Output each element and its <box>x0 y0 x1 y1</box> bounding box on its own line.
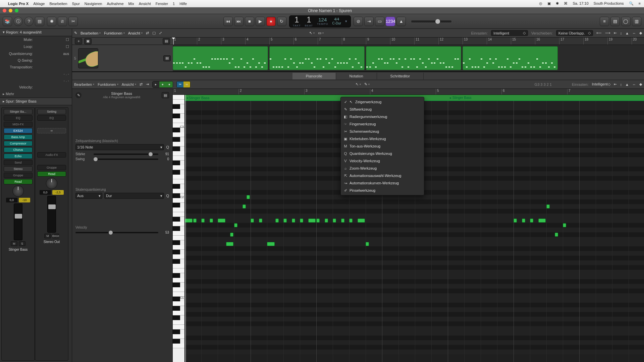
tool-icon[interactable]: ⇄ <box>146 31 149 35</box>
tool-menu-item[interactable]: MTon-aus-Werkzeug <box>341 142 424 150</box>
status-icon[interactable]: ◎ <box>539 1 542 5</box>
library-button[interactable]: 📚 <box>3 17 12 26</box>
lcd-bar[interactable]: 1 <box>294 16 299 24</box>
app-name[interactable]: Logic Pro X <box>8 2 29 6</box>
smart-controls-button[interactable]: ✺ <box>47 17 56 26</box>
minimize-icon[interactable] <box>9 9 12 12</box>
output-slot[interactable]: Stereo <box>4 166 33 172</box>
scalequant-onoff[interactable]: Aus▾ <box>75 193 102 199</box>
fx-slot[interactable]: Chorus <box>4 147 33 153</box>
view-menu[interactable]: Ansicht▾ <box>122 82 136 86</box>
mute-button[interactable]: M <box>44 234 51 238</box>
piano-ruler[interactable]: 1234567 <box>173 89 644 95</box>
strength-value[interactable]: 91 <box>160 152 169 156</box>
midi-note[interactable] <box>358 219 365 223</box>
edit-menu[interactable]: Bearbeiten▾ <box>80 31 101 35</box>
midi-region[interactable] <box>269 46 365 70</box>
midi-in-seg[interactable]: ▸●● <box>152 81 173 88</box>
lcd-beat[interactable]: 1 <box>307 16 311 24</box>
duplicate-track-button[interactable]: ▣ <box>84 38 92 44</box>
tool-seg[interactable]: ✂∞ <box>176 81 191 88</box>
midi-note[interactable] <box>267 242 275 246</box>
menu-aufnahme[interactable]: Aufnahme <box>107 2 123 6</box>
midi-note[interactable] <box>546 204 550 208</box>
tool-icon[interactable]: ⟵ <box>596 31 602 35</box>
tool-icon[interactable]: ▲ <box>625 82 629 86</box>
group-slot[interactable]: Gruppe <box>4 173 33 178</box>
track-header[interactable]: 5 ▤ <box>72 45 173 71</box>
loops-button[interactable]: ◯ <box>621 17 631 26</box>
mute-button[interactable]: M <box>11 241 17 246</box>
tab-notation[interactable]: Notation <box>336 73 377 79</box>
track-icon[interactable] <box>78 48 98 68</box>
tool-icon[interactable]: ↔ <box>632 31 636 35</box>
add-track-button[interactable]: ＋ <box>75 38 82 44</box>
fx-slot[interactable]: Echo <box>4 154 33 159</box>
menu-fenster[interactable]: Fenster <box>156 2 168 6</box>
tool-icon[interactable]: ⟶ <box>605 31 610 35</box>
tool-icon[interactable]: ↔ <box>632 82 636 86</box>
tool-menu-item[interactable]: ▣Klebetuben-Werkzeug <box>341 135 424 142</box>
list-editors-button[interactable]: ≡ <box>600 17 609 26</box>
menu-ansicht[interactable]: Ansicht <box>139 2 151 6</box>
replace-button[interactable]: ⊘ <box>354 17 363 26</box>
bar-ruler[interactable]: 1234567891011121314151617181920 <box>173 38 644 45</box>
midi-note[interactable] <box>555 233 558 237</box>
fx-slot[interactable]: Compressor <box>4 141 33 146</box>
functions-menu[interactable]: Funktionen▾ <box>104 31 124 35</box>
setting-slot[interactable]: Setting <box>37 109 66 114</box>
midi-note[interactable] <box>366 242 369 246</box>
midi-note[interactable] <box>230 233 233 237</box>
snap-select[interactable]: Intelligent◇ <box>491 30 528 36</box>
tool-icon[interactable]: ↕ <box>620 82 622 86</box>
menu-hilfe[interactable]: Hilfe <box>179 2 187 6</box>
midifx-slot[interactable]: MIDI-FX <box>4 122 33 127</box>
lcd-key[interactable]: C-Dur <box>332 22 341 25</box>
browser-button[interactable]: ▥ <box>632 17 641 26</box>
automation-slot[interactable]: Read <box>37 171 66 177</box>
toolbar-button[interactable]: ▤ <box>35 17 44 26</box>
count-in-button[interactable]: 1234 <box>386 17 395 26</box>
midi-note[interactable] <box>243 204 246 208</box>
midi-note[interactable] <box>300 219 303 223</box>
tab-pianoroll[interactable]: Pianorolle <box>292 73 336 79</box>
left-tool[interactable]: ↖▾ <box>309 31 315 35</box>
menu-bearbeiten[interactable]: Bearbeiten <box>49 2 67 6</box>
tool-menu-item[interactable]: ◧Radiergummiwerkzeug <box>341 113 424 120</box>
midi-note[interactable] <box>530 219 533 223</box>
gain-value[interactable]: -10 <box>19 198 30 202</box>
tool-menu-item[interactable]: VVelocity-Werkzeug <box>341 157 424 165</box>
tool-icon[interactable]: ⇄ <box>140 82 143 86</box>
menu-spur[interactable]: Spur <box>72 2 80 6</box>
tool-icon[interactable]: ⇥ <box>146 82 149 86</box>
menu-mix[interactable]: Mix <box>128 2 134 6</box>
tool-icon[interactable]: ⇤ <box>614 82 617 86</box>
tool-menu-item[interactable]: ✎Stiftwerkzeug <box>341 106 424 113</box>
midi-note[interactable] <box>522 219 525 223</box>
tool-menu-item[interactable]: ☞Fingerwerkzeug <box>341 120 424 128</box>
midi-note[interactable] <box>333 219 336 223</box>
tool-icon[interactable]: ⇤ <box>614 31 617 35</box>
rewind-button[interactable]: ⏮ <box>223 17 233 26</box>
record-button[interactable]: ● <box>266 17 276 26</box>
status-icon[interactable]: ▣ <box>547 1 551 5</box>
tool-icon[interactable]: ▢ <box>152 31 156 35</box>
audiofx-slot[interactable]: Audio-FX <box>37 152 66 158</box>
apply-quant-button[interactable]: Q <box>166 145 169 149</box>
instrument-slot[interactable]: EXS24 <box>4 128 33 133</box>
midi-note[interactable] <box>247 195 250 199</box>
midi-note[interactable] <box>259 219 262 223</box>
tool-menu-item[interactable]: ✐Pinselwerkzeug <box>341 187 424 194</box>
move-select[interactable]: Keine Überlapp.◇ <box>556 30 593 36</box>
menu-icon[interactable]: ≡ <box>639 1 641 5</box>
view-menu[interactable]: Ansicht▾ <box>128 31 143 35</box>
midi-note[interactable] <box>185 219 193 223</box>
midi-note[interactable] <box>563 223 566 227</box>
midi-note[interactable] <box>308 219 316 223</box>
midi-note[interactable] <box>325 219 328 223</box>
velocity-value[interactable]: 53 <box>160 231 169 234</box>
midi-note[interactable] <box>275 219 279 223</box>
functions-menu[interactable]: Funktionen▾ <box>98 82 118 86</box>
left-tool-select[interactable]: ↖▾ <box>356 82 361 86</box>
spotlight-icon[interactable]: 🔍 <box>629 1 634 5</box>
